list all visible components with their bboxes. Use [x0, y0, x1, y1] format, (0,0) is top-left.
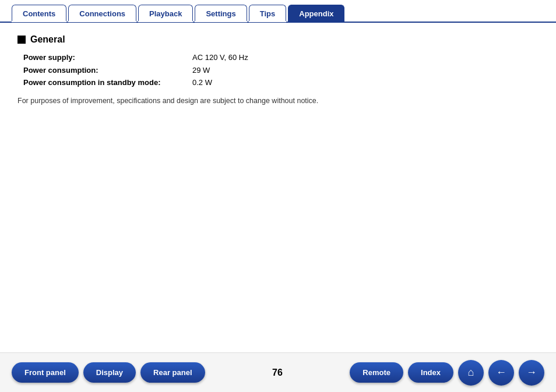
- notice-text: For purposes of improvement, specificati…: [17, 97, 539, 105]
- back-button[interactable]: ←: [488, 360, 514, 386]
- section-icon: [17, 36, 26, 44]
- footer: Front panel Display Rear panel 76 Remote…: [0, 352, 556, 392]
- spec-label-power-supply: Power supply:: [23, 52, 192, 63]
- spec-row-power-consumption: Power consumption: 29 W: [23, 65, 539, 76]
- spec-value-power-supply: AC 120 V, 60 Hz: [192, 52, 248, 63]
- tab-settings[interactable]: Settings: [195, 5, 247, 22]
- back-arrow-icon: ←: [496, 366, 506, 379]
- forward-button[interactable]: →: [519, 360, 544, 386]
- section-title: General: [30, 34, 65, 45]
- tab-connections[interactable]: Connections: [68, 5, 136, 22]
- page-number: 76: [272, 368, 283, 378]
- spec-row-standby: Power consumption in standby mode: 0.2 W: [23, 77, 539, 89]
- tab-contents[interactable]: Contents: [12, 5, 66, 22]
- footer-left-buttons: Front panel Display Rear panel: [12, 362, 205, 383]
- tab-tips[interactable]: Tips: [249, 5, 287, 22]
- home-icon: ⌂: [468, 366, 474, 379]
- tab-playback[interactable]: Playback: [138, 5, 193, 22]
- home-button[interactable]: ⌂: [458, 360, 484, 386]
- rear-panel-button[interactable]: Rear panel: [140, 362, 205, 383]
- spec-value-standby: 0.2 W: [192, 77, 212, 89]
- spec-row-power-supply: Power supply: AC 120 V, 60 Hz: [23, 52, 539, 63]
- nav-tabs: Contents Connections Playback Settings T…: [0, 0, 556, 23]
- display-button[interactable]: Display: [83, 362, 136, 383]
- footer-right-buttons: Remote Index ⌂ ← →: [350, 360, 544, 386]
- forward-arrow-icon: →: [526, 366, 537, 379]
- spec-label-standby: Power consumption in standby mode:: [23, 77, 192, 89]
- front-panel-button[interactable]: Front panel: [12, 362, 79, 383]
- remote-button[interactable]: Remote: [350, 362, 403, 383]
- spec-value-power-consumption: 29 W: [192, 65, 210, 76]
- main-content: General Power supply: AC 120 V, 60 Hz Po…: [0, 23, 556, 111]
- index-button[interactable]: Index: [408, 362, 453, 383]
- spec-label-power-consumption: Power consumption:: [23, 65, 192, 76]
- section-header: General: [17, 34, 539, 45]
- specs-table: Power supply: AC 120 V, 60 Hz Power cons…: [23, 52, 539, 89]
- tab-appendix[interactable]: Appendix: [288, 5, 344, 22]
